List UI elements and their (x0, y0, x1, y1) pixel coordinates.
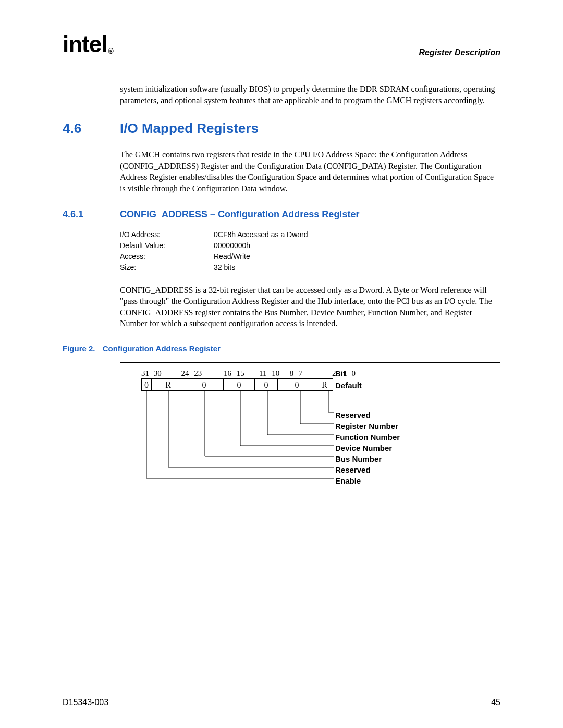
prop-label: I/O Address: (120, 229, 214, 240)
legend-item: Function Number (335, 431, 400, 442)
bit-numbers: 31 30 24 23 16 15 11 10 8 7 2 1 0 (141, 369, 356, 378)
figure-title: Configuration Address Register (103, 344, 221, 353)
figure-label: Figure 2. (63, 344, 95, 353)
field-legend: Reserved Register Number Function Number… (335, 410, 400, 486)
prop-row: I/O Address: 0CF8h Accessed as a Dword (120, 229, 500, 240)
default-header: Default (335, 381, 362, 390)
prop-label: Access: (120, 251, 214, 262)
cell: R (316, 378, 333, 391)
prop-value: Read/Write (214, 251, 250, 262)
header-section-title: Register Description (419, 48, 500, 57)
legend-item: Register Number (335, 421, 400, 431)
cell: 0 (185, 378, 224, 391)
prop-label: Default Value: (120, 240, 214, 251)
bit-header: Bit (335, 369, 346, 378)
subsection-heading: 4.6.1 CONFIG_ADDRESS – Configuration Add… (63, 209, 500, 220)
figure-diagram: 31 30 24 23 16 15 11 10 8 7 2 1 0 0 R 0 … (120, 362, 500, 509)
legend-item: Reserved (335, 410, 400, 421)
legend-item: Reserved (335, 464, 400, 475)
intro-paragraph: system initialization software (usually … (120, 83, 500, 106)
cell: 0 (224, 378, 255, 391)
subsection-number: 4.6.1 (63, 209, 120, 220)
logo-mark: ® (108, 47, 113, 55)
prop-value: 32 bits (214, 262, 235, 273)
subsection-title: CONFIG_ADDRESS – Configuration Address R… (120, 209, 359, 220)
legend-item: Enable (335, 475, 400, 486)
intel-logo: intel® (63, 31, 112, 57)
legend-item: Bus Number (335, 453, 400, 464)
legend-item: Device Number (335, 442, 400, 453)
section-paragraph: The GMCH contains two registers that res… (120, 149, 500, 194)
page-footer: D15343-003 45 (63, 698, 500, 707)
cell: 0 (278, 378, 316, 391)
footer-doc-id: D15343-003 (63, 698, 108, 707)
prop-value: 00000000h (214, 240, 250, 251)
cell: R (152, 378, 185, 391)
page-header: intel® Register Description (63, 31, 500, 57)
section-number: 4.6 (63, 120, 120, 137)
prop-row: Default Value: 00000000h (120, 240, 500, 251)
prop-label: Size: (120, 262, 214, 273)
prop-row: Size: 32 bits (120, 262, 500, 273)
prop-value: 0CF8h Accessed as a Dword (214, 229, 308, 240)
section-title: I/O Mapped Registers (120, 120, 259, 137)
section-heading: 4.6 I/O Mapped Registers (63, 120, 500, 137)
footer-page-number: 45 (491, 698, 500, 707)
logo-text: intel (63, 31, 107, 57)
cell: 0 (255, 378, 278, 391)
prop-row: Access: Read/Write (120, 251, 500, 262)
figure-caption: Figure 2. Configuration Address Register (63, 344, 500, 353)
subsection-paragraph: CONFIG_ADDRESS is a 32-bit register that… (120, 285, 500, 329)
property-table: I/O Address: 0CF8h Accessed as a Dword D… (120, 229, 500, 273)
default-row: 0 R 0 0 0 0 R (141, 378, 333, 391)
cell: 0 (141, 378, 152, 391)
